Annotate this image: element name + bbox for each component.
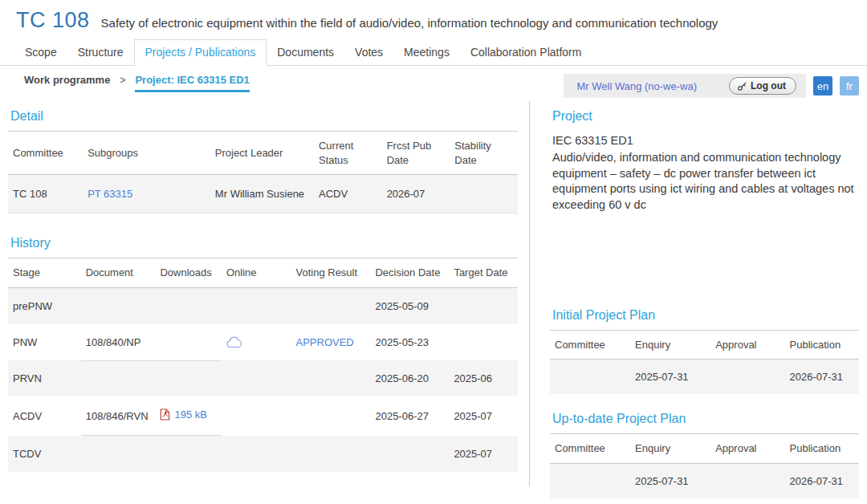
history-row-prepnw: prePNW 2025-05-09 (8, 287, 518, 324)
detail-frcst-pub-date: 2026-07 (382, 175, 450, 213)
download-cell: 195 kB (155, 396, 221, 436)
user-area: Mr Well Wang (no-we-wa) Log out en fr (564, 74, 859, 98)
tab-votes[interactable]: Votes (344, 40, 393, 65)
col-decision-date: Decision Date (370, 258, 449, 288)
col-online: Online (222, 258, 291, 288)
pdf-size-label: 195 kB (174, 408, 206, 421)
subgroup-link[interactable]: PT 63315 (88, 188, 132, 200)
header: TC 108 Safety of electronic equipment wi… (0, 0, 867, 33)
breadcrumb-current-project[interactable]: Project: IEC 63315 ED1 (135, 74, 249, 92)
logout-button[interactable]: Log out (729, 77, 796, 95)
right-panel: Project IEC 63315 ED1 Audio/video, infor… (530, 101, 867, 486)
voting-result-link[interactable]: APPROVED (296, 336, 354, 348)
col-committee: Committee (8, 132, 83, 175)
decision-date-cell: 2025-06-27 (370, 396, 449, 436)
current-plan-row: 2025-07-31 2026-07-31 (550, 463, 859, 498)
col-document: Document (81, 258, 156, 288)
initial-plan-row: 2025-07-31 2026-07-31 (550, 360, 859, 395)
target-date-cell (449, 324, 518, 361)
detail-header-row: Committee Subgroups Project Leader Curre… (8, 132, 518, 175)
document-cell: 108/846/RVN (81, 396, 156, 436)
cloud-icon[interactable] (226, 336, 287, 348)
detail-current-status: ACDV (314, 175, 382, 213)
current-publication-date: 2026-07-31 (785, 463, 859, 498)
col-approval: Approval (710, 434, 784, 464)
col-committee: Committee (550, 330, 630, 360)
history-table: Stage Document Downloads Online Voting R… (8, 258, 518, 472)
target-date-cell (449, 287, 518, 324)
lang-en-button[interactable]: en (813, 76, 832, 96)
col-approval: Approval (710, 330, 784, 360)
col-downloads: Downloads (155, 258, 221, 288)
tab-projects-publications[interactable]: Projects / Publications (134, 39, 267, 66)
committee-title: Safety of electronic equipment within th… (101, 16, 718, 30)
detail-table: Committee Subgroups Project Leader Curre… (8, 131, 518, 213)
col-publication: Publication (785, 434, 859, 464)
current-plan-heading: Up-to-date Project Plan (552, 412, 859, 426)
tab-bar: Scope Structure Projects / Publications … (0, 39, 867, 66)
online-cell (222, 324, 291, 361)
initial-plan-heading: Initial Project Plan (552, 308, 859, 323)
current-plan-header-row: Committee Enquiry Approval Publication (550, 434, 859, 464)
stage-cell: PRVN (8, 360, 81, 396)
col-project-leader: Project Leader (210, 132, 314, 175)
history-row-tcdv: TCDV 2025-07 (8, 436, 518, 472)
stage-cell: TCDV (8, 436, 81, 472)
target-date-cell: 2025-07 (449, 436, 518, 472)
breadcrumb: Work programme > Project: IEC 63315 ED1 (24, 74, 250, 92)
target-date-cell: 2025-06 (449, 360, 518, 396)
col-current-status: Current Status (314, 132, 382, 175)
initial-publication-date: 2026-07-31 (785, 360, 859, 395)
project-reference: IEC 63315 ED1 (552, 134, 859, 147)
page: TC 108 Safety of electronic equipment wi… (0, 0, 867, 504)
breadcrumb-separator: > (120, 75, 125, 86)
detail-heading: Detail (10, 109, 518, 124)
tab-scope[interactable]: Scope (14, 40, 67, 65)
col-voting-result: Voting Result (291, 258, 371, 288)
decision-date-cell: 2025-05-09 (370, 287, 449, 324)
stage-cell: ACDV (8, 396, 81, 436)
lang-fr-button[interactable]: fr (840, 76, 859, 96)
history-header-row: Stage Document Downloads Online Voting R… (8, 258, 518, 288)
col-stage: Stage (8, 258, 81, 288)
current-plan-table: Committee Enquiry Approval Publication 2… (550, 433, 859, 498)
tab-structure[interactable]: Structure (67, 40, 134, 65)
logout-label: Log out (751, 80, 786, 91)
initial-plan-header-row: Committee Enquiry Approval Publication (550, 330, 859, 360)
decision-date-cell: 2025-06-20 (370, 360, 449, 396)
main-content: Detail Committee Subgroups Project Leade… (0, 101, 867, 486)
col-enquiry: Enquiry (630, 434, 710, 464)
detail-row: TC 108 PT 63315 Mr William Susiene ACDV … (8, 175, 518, 213)
current-enquiry-date: 2025-07-31 (630, 463, 710, 498)
sub-bar: Work programme > Project: IEC 63315 ED1 … (0, 66, 867, 96)
col-subgroups: Subgroups (83, 132, 210, 175)
target-date-cell: 2025-07 (449, 396, 518, 436)
history-row-prvn: PRVN 2025-06-20 2025-06 (8, 360, 518, 396)
decision-date-cell (370, 436, 449, 472)
project-heading: Project (552, 109, 859, 124)
key-icon (737, 81, 747, 91)
document-cell: 108/840/NP (81, 324, 156, 361)
col-enquiry: Enquiry (630, 330, 710, 360)
tab-collaboration-platform[interactable]: Collaboration Platform (460, 40, 592, 65)
stage-cell: prePNW (8, 287, 81, 324)
col-publication: Publication (785, 330, 859, 360)
tab-meetings[interactable]: Meetings (393, 40, 460, 65)
history-heading: History (10, 236, 518, 250)
committee-code: TC 108 (16, 8, 90, 33)
detail-stability-date (450, 175, 518, 213)
col-frcst-pub-date: Frcst Pub Date (382, 132, 450, 175)
breadcrumb-work-programme[interactable]: Work programme (24, 74, 110, 86)
col-stability-date: Stability Date (450, 132, 518, 175)
col-target-date: Target Date (449, 258, 518, 288)
initial-enquiry-date: 2025-07-31 (630, 360, 710, 395)
pdf-icon (160, 408, 170, 421)
project-description: Audio/video, information and communicati… (552, 150, 859, 213)
initial-plan-table: Committee Enquiry Approval Publication 2… (550, 330, 859, 395)
tab-documents[interactable]: Documents (267, 40, 344, 65)
user-strip: Mr Well Wang (no-we-wa) Log out (564, 74, 806, 98)
stage-cell: PNW (8, 324, 81, 361)
pdf-download-link[interactable]: 195 kB (160, 408, 206, 421)
user-name-link[interactable]: Mr Well Wang (no-we-wa) (576, 80, 697, 92)
detail-project-leader: Mr William Susiene (210, 175, 314, 213)
